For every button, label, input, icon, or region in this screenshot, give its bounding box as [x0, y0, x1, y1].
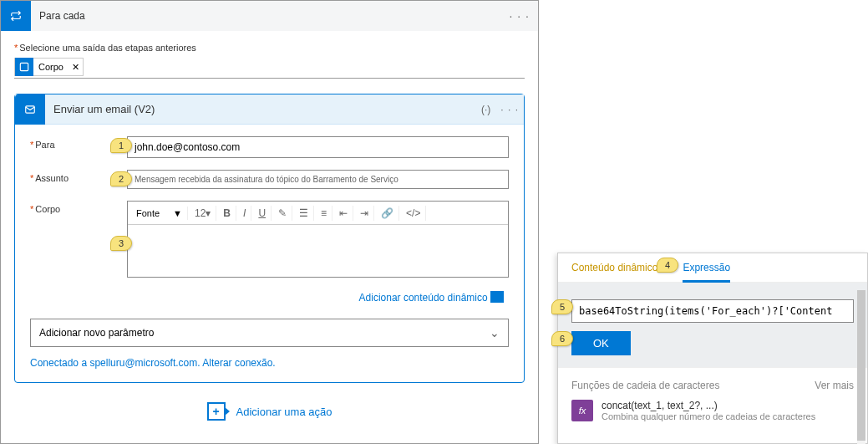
dynamic-pointer-icon [490, 291, 504, 303]
number-list-button[interactable]: ≡ [316, 206, 332, 221]
expression-area: base64ToString(items('For_each')?['Conte… [558, 283, 867, 367]
tab-dynamic-content[interactable]: Conteúdo dinâmico [571, 262, 657, 282]
peek-code-button[interactable]: (·) [476, 104, 495, 115]
func-section-title: Funções de cadeia de caracteres [571, 380, 719, 391]
dynamic-content-panel: Conteúdo dinâmico Expressão 4 base64ToSt… [557, 253, 868, 444]
flow-designer-panel: Para cada · · · Selecione uma saída das … [0, 0, 539, 444]
italic-button[interactable]: I [238, 206, 251, 221]
see-more-link[interactable]: Ver mais [815, 380, 854, 391]
add-action-icon [207, 402, 226, 421]
send-email-card: Enviar um email (V2) (·) · · · Para 1 As… [14, 94, 525, 383]
foreach-title-bar: Para cada · · · [31, 1, 538, 31]
foreach-body: Selecione uma saída das etapas anteriore… [1, 31, 538, 444]
body-row: Corpo Fonte▼ 12 ▾ B I U ✎ ☰ ≡ [30, 201, 509, 278]
tab-expression[interactable]: Expressão [683, 262, 730, 283]
email-form: Para 1 Assunto 2 Corpo Fonte▼ [15, 125, 524, 317]
underline-button[interactable]: U [253, 206, 272, 221]
add-parameter-dropdown[interactable]: Adicionar novo parâmetro ⌄ [30, 319, 509, 347]
token-remove[interactable]: ✕ [69, 62, 83, 73]
add-action-label: Adicionar uma ação [236, 406, 332, 418]
rte-toolbar: Fonte▼ 12 ▾ B I U ✎ ☰ ≡ ⇤ ⇥ 🔗 [128, 202, 508, 225]
scrollbar-thumb[interactable] [857, 290, 865, 441]
chevron-down-icon: ⌄ [490, 326, 500, 339]
add-action-area: Adicionar uma ação [14, 383, 525, 440]
font-size-select[interactable]: 12 ▾ [190, 206, 216, 221]
subject-input[interactable] [127, 170, 509, 189]
foreach-header[interactable]: Para cada · · · [1, 1, 538, 31]
add-param-label: Adicionar novo parâmetro [39, 327, 154, 339]
scrollbar[interactable] [857, 290, 865, 444]
fx-icon: fx [571, 400, 593, 421]
callout-badge-4: 4 [657, 258, 678, 273]
callout-badge-6: 6 [551, 331, 573, 346]
func-name: concat(text_1, text_2?, ...) [602, 400, 815, 411]
outlook-icon [15, 94, 45, 125]
output-label: Selecione uma saída das etapas anteriore… [14, 43, 525, 53]
svg-rect-0 [20, 63, 28, 70]
callout-badge-2: 2 [110, 171, 132, 186]
dynamic-tabs: Conteúdo dinâmico Expressão 4 [558, 253, 867, 283]
add-action-button[interactable]: Adicionar uma ação [200, 398, 340, 425]
callout-badge-5: 5 [551, 299, 573, 314]
func-section-header: Funções de cadeia de caracteres Ver mais [558, 367, 867, 391]
add-dynamic-content-link[interactable]: Adicionar conteúdo dinâmico [30, 289, 509, 309]
body-token[interactable]: Corpo ✕ [14, 58, 84, 76]
body-label: Corpo [30, 201, 127, 214]
token-label: Corpo [33, 62, 69, 72]
loop-icon [1, 1, 31, 31]
email-header[interactable]: Enviar um email (V2) (·) · · · [15, 94, 524, 125]
output-field[interactable]: Corpo ✕ [14, 54, 525, 79]
ok-button[interactable]: OK [571, 331, 631, 355]
indent-button[interactable]: ⇥ [355, 206, 374, 221]
bullet-list-button[interactable]: ☰ [294, 206, 314, 221]
email-menu-button[interactable]: · · · [495, 104, 524, 115]
bold-button[interactable]: B [218, 206, 236, 221]
body-textarea[interactable] [128, 225, 508, 277]
to-input[interactable] [127, 136, 509, 158]
subject-row: Assunto 2 [30, 170, 509, 189]
link-button[interactable]: 🔗 [376, 206, 399, 221]
text-color-button[interactable]: ✎ [273, 206, 292, 221]
code-view-button[interactable]: </> [401, 206, 426, 221]
function-item-concat[interactable]: fx concat(text_1, text_2?, ...) Combina … [558, 391, 867, 430]
font-select[interactable]: Fonte▼ [131, 207, 188, 220]
expression-input[interactable]: base64ToString(items('For_each')?['Conte… [571, 299, 854, 323]
func-desc: Combina qualquer número de cadeias de ca… [602, 411, 815, 421]
to-row: Para 1 [30, 136, 509, 158]
email-title: Enviar um email (V2) [45, 103, 476, 115]
outdent-button[interactable]: ⇤ [334, 206, 353, 221]
foreach-menu-button[interactable]: · · · [510, 9, 530, 23]
callout-badge-3: 3 [110, 236, 132, 251]
token-icon [15, 58, 33, 76]
foreach-title: Para cada [39, 10, 85, 22]
body-editor[interactable]: Fonte▼ 12 ▾ B I U ✎ ☰ ≡ ⇤ ⇥ 🔗 [127, 201, 509, 278]
callout-badge-1: 1 [110, 138, 132, 153]
connection-info[interactable]: Conectado a spelluru@microsoft.com. Alte… [15, 357, 524, 382]
